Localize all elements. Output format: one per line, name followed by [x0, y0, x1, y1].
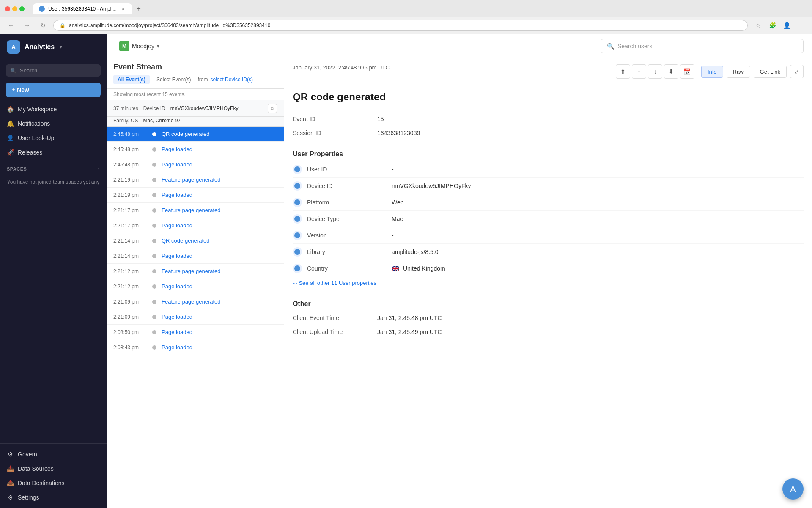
device-id-label: Device ID — [143, 105, 165, 111]
property-value: - — [392, 166, 394, 173]
project-chevron-icon: ▾ — [157, 43, 159, 49]
sidebar-item-data-sources[interactable]: 📥 Data Sources — [0, 461, 107, 476]
event-time: 2:21:09 pm — [113, 314, 147, 320]
search-icon: 🔍 — [10, 68, 16, 74]
account-icon[interactable]: 👤 — [781, 19, 793, 31]
data-destinations-label: Data Destinations — [18, 480, 65, 486]
tab-favicon — [39, 6, 45, 12]
event-time: 2:45:48 pm — [113, 146, 147, 152]
back-button[interactable]: ← — [5, 19, 17, 31]
event-dot-icon — [152, 330, 156, 334]
see-more-properties-link[interactable]: ··· See all other 11 User properties — [293, 276, 804, 290]
copy-device-id-button[interactable]: ⧉ — [268, 104, 277, 113]
expand-button[interactable]: ⤢ — [790, 65, 804, 78]
event-time: 2:21:17 pm — [113, 223, 147, 229]
close-window-button[interactable] — [5, 6, 10, 11]
raw-button[interactable]: Raw — [727, 66, 750, 78]
property-value: Web — [392, 199, 404, 206]
event-name: Feature page generated — [162, 298, 221, 305]
app-name: Analytics — [25, 43, 55, 51]
event-list-panel: Event Stream All Event(s) Select Event(s… — [107, 58, 284, 508]
sidebar-nav: 🏠 My Workspace 🔔 Notifications 👤 User Lo… — [0, 100, 107, 161]
event-time: 2:21:14 pm — [113, 238, 147, 244]
event-list-item[interactable]: 2:21:12 pm Feature page generated — [107, 264, 284, 279]
project-selector[interactable]: M Moodjoy ▾ — [115, 39, 164, 54]
reload-button[interactable]: ↻ — [37, 19, 49, 31]
scroll-up-button[interactable]: ↑ — [632, 64, 646, 79]
govern-label: Govern — [18, 451, 37, 458]
event-list-item[interactable]: 2:21:17 pm Feature page generated — [107, 203, 284, 218]
event-name: Page loaded — [162, 329, 192, 335]
sidebar-item-govern[interactable]: ⚙ Govern — [0, 447, 107, 461]
device-id-filter[interactable]: select Device ID(s) — [210, 77, 253, 83]
sidebar-item-settings[interactable]: ⚙ Settings — [0, 490, 107, 505]
calendar-button[interactable]: 📅 — [680, 64, 694, 79]
settings-label: Settings — [18, 494, 39, 501]
maximize-window-button[interactable] — [19, 6, 25, 11]
event-list-item[interactable]: 2:21:17 pm Page loaded — [107, 218, 284, 233]
event-dot-icon — [152, 163, 156, 167]
bookmark-icon[interactable]: ☆ — [752, 19, 764, 31]
browser-toolbar: ← → ↻ 🔒 analytics.amplitude.com/moodjoy/… — [0, 17, 812, 34]
event-time: 2:21:09 pm — [113, 299, 147, 305]
property-icon — [293, 165, 302, 174]
sidebar-item-notifications[interactable]: 🔔 Notifications — [0, 116, 107, 131]
main-topbar: M Moodjoy ▾ 🔍 Search users — [107, 34, 812, 58]
govern-icon: ⚙ — [7, 451, 14, 458]
data-sources-icon: 📥 — [7, 465, 14, 472]
menu-icon[interactable]: ⋮ — [795, 19, 807, 31]
new-tab-button[interactable]: + — [134, 4, 144, 14]
minimize-window-button[interactable] — [12, 6, 17, 11]
family-os-value: Mac, Chrome 97 — [143, 118, 181, 124]
sidebar-item-releases[interactable]: 🚀 Releases — [0, 145, 107, 160]
event-name: Feature page generated — [162, 207, 221, 213]
event-list-item[interactable]: 2:21:19 pm Feature page generated — [107, 172, 284, 188]
scroll-down-button[interactable]: ↓ — [648, 64, 662, 79]
search-users-input[interactable]: 🔍 Search users — [601, 39, 804, 53]
property-icon — [293, 214, 302, 224]
get-link-button[interactable]: Get Link — [754, 66, 787, 78]
tab-close-button[interactable]: ✕ — [120, 6, 126, 12]
active-tab[interactable]: User: 356352893410 - Ampli... ✕ — [33, 3, 132, 14]
event-dot-icon — [152, 208, 156, 213]
scroll-bottom-button[interactable]: ⬇ — [664, 64, 678, 79]
event-list-item[interactable]: 2:45:48 pm QR code generated — [107, 127, 284, 142]
event-name: Page loaded — [162, 161, 192, 168]
event-list-item[interactable]: 2:21:19 pm Page loaded — [107, 188, 284, 203]
forward-button[interactable]: → — [21, 19, 33, 31]
address-bar[interactable]: 🔒 analytics.amplitude.com/moodjoy/projec… — [53, 20, 748, 31]
sidebar: A Analytics ▾ 🔍 Search + New 🏠 My Worksp… — [0, 34, 107, 508]
filter-select-events[interactable]: Select Event(s) — [152, 75, 195, 84]
event-list-item[interactable]: 2:21:09 pm Feature page generated — [107, 294, 284, 309]
sidebar-search-input[interactable]: 🔍 Search — [6, 64, 101, 77]
scroll-top-button[interactable]: ⬆ — [616, 64, 630, 79]
sidebar-item-my-workspace[interactable]: 🏠 My Workspace — [0, 102, 107, 116]
event-list-item[interactable]: 2:45:48 pm Page loaded — [107, 157, 284, 172]
amplitude-chat-button[interactable]: A — [782, 478, 804, 500]
property-value: - — [392, 232, 394, 239]
info-button[interactable]: Info — [701, 66, 723, 78]
other-field-label: Client Upload Time — [293, 329, 377, 335]
event-list-item[interactable]: 2:21:14 pm QR code generated — [107, 233, 284, 248]
user-property-row: Library amplitude-js/8.5.0 — [293, 244, 804, 260]
event-list-item[interactable]: 2:08:50 pm Page loaded — [107, 325, 284, 340]
event-detail-panel: January 31, 2022 2:45:48.995 pm UTC ⬆ ↑ … — [284, 58, 812, 508]
spaces-expand-icon[interactable]: › — [98, 166, 100, 171]
event-list-item[interactable]: 2:45:48 pm Page loaded — [107, 142, 284, 157]
new-button[interactable]: + New — [6, 83, 101, 97]
event-list-item[interactable]: 2:21:09 pm Page loaded — [107, 309, 284, 325]
session-id-label: Session ID — [293, 130, 377, 136]
showing-text: Showing most recent 15 events. — [107, 89, 284, 100]
event-list-item[interactable]: 2:08:43 pm Page loaded — [107, 340, 284, 355]
url-text: analytics.amplitude.com/moodjoy/project/… — [69, 22, 270, 28]
project-name: Moodjoy — [132, 43, 154, 50]
event-list-item[interactable]: 2:21:14 pm Page loaded — [107, 248, 284, 264]
event-list-item[interactable]: 2:21:12 pm Page loaded — [107, 279, 284, 294]
extension-icon[interactable]: 🧩 — [766, 19, 778, 31]
sidebar-item-data-destinations[interactable]: 📤 Data Destinations — [0, 476, 107, 490]
user-lookup-label: User Look-Up — [18, 135, 54, 141]
event-dot-icon — [152, 147, 156, 152]
filter-all-events[interactable]: All Event(s) — [113, 75, 150, 84]
sidebar-item-user-lookup[interactable]: 👤 User Look-Up — [0, 131, 107, 145]
event-detail-header: January 31, 2022 2:45:48.995 pm UTC ⬆ ↑ … — [284, 58, 812, 85]
